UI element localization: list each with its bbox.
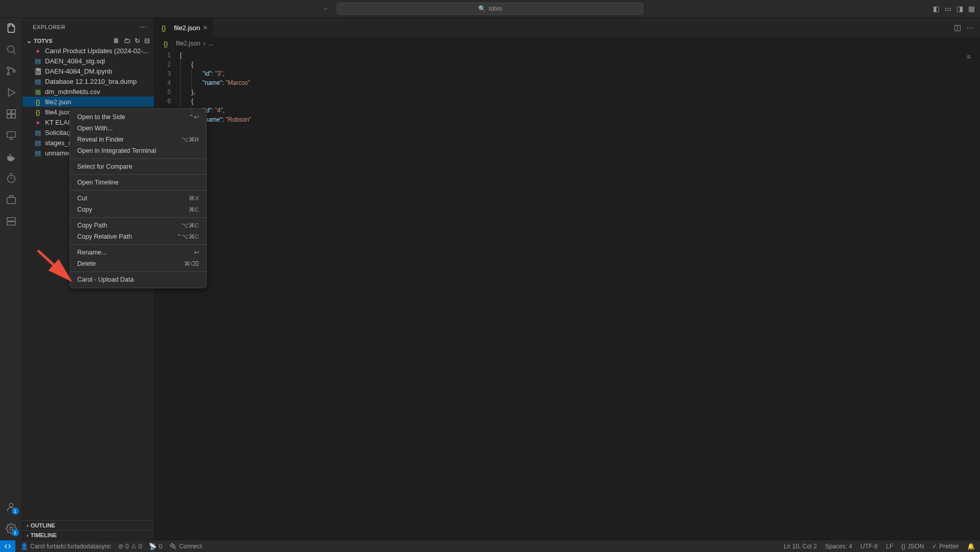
status-errors[interactable]: ⊘0 ⚠0	[118, 543, 142, 550]
minimap-toggle-icon[interactable]: ≡	[967, 53, 971, 61]
svg-rect-10	[7, 132, 15, 137]
menu-item[interactable]: Delete⌘⌫	[70, 258, 206, 269]
status-spaces[interactable]: Spaces: 4	[825, 543, 852, 550]
account-icon[interactable]	[5, 501, 17, 513]
file-item[interactable]: ▤Database 12.1.2210_bra.dump	[23, 76, 154, 86]
back-icon[interactable]: ←	[322, 4, 330, 13]
statusbar: 👤Carol furtado:furtadodatasync ⊘0 ⚠0 📡0 …	[0, 540, 980, 552]
file-type-icon: ▤	[34, 128, 42, 136]
editor-area: {} file2.json × ◫ ⋯ {} file2.json › ... …	[154, 18, 980, 540]
status-bell-icon[interactable]: 🔔	[967, 543, 975, 550]
json-icon: {}	[160, 24, 168, 32]
refresh-icon[interactable]: ↻	[135, 37, 140, 44]
menu-item[interactable]: Rename...↩	[70, 247, 206, 258]
search-text: totvs	[489, 5, 502, 12]
docker-icon[interactable]	[5, 151, 17, 163]
menu-item[interactable]: Reveal in Finder⌥⌘R	[70, 134, 206, 145]
folder-header[interactable]: ⌄ TOTVS 🗎 🗀 ↻ ⊟	[23, 36, 154, 45]
menu-item[interactable]: Open to the Side⌃↩	[70, 111, 206, 123]
file-item[interactable]: ▦dm_mdmfields.csv	[23, 86, 154, 97]
project-icon[interactable]	[5, 194, 17, 206]
svg-rect-21	[7, 218, 15, 221]
menu-item[interactable]: Copy Path⌥⌘C	[70, 220, 206, 231]
svg-rect-9	[11, 114, 15, 118]
chevron-right-icon: ›	[203, 40, 205, 47]
menu-shortcut: ⌘C	[189, 206, 199, 213]
close-icon[interactable]: ×	[203, 24, 207, 32]
panel-left-icon[interactable]: ◧	[933, 5, 940, 13]
code-editor[interactable]: 123456 [ { "id": "3", "name": "Marcos" }…	[154, 50, 980, 540]
sidebar-more-icon[interactable]: ⋯	[140, 23, 147, 31]
more-actions-icon[interactable]: ⋯	[966, 23, 974, 32]
run-debug-icon[interactable]	[5, 86, 17, 99]
timeline-section[interactable]: ›TIMELINE	[23, 530, 154, 540]
status-eol[interactable]: LF	[886, 543, 893, 550]
file-label: unnamec	[45, 149, 72, 157]
sidebar-title: EXPLORER	[33, 24, 65, 30]
file-item[interactable]: {}file2.json	[23, 97, 154, 107]
extensions-icon[interactable]	[5, 108, 17, 120]
source-control-icon[interactable]	[5, 65, 17, 77]
menu-item[interactable]: Open Timeline	[70, 177, 206, 188]
menu-shortcut: ↩	[194, 249, 199, 256]
menu-label: Carol - Upload Data	[77, 276, 133, 283]
split-editor-icon[interactable]: ◫	[954, 23, 961, 32]
new-folder-icon[interactable]: 🗀	[124, 37, 130, 44]
svg-marker-5	[8, 89, 15, 97]
sidebar-header: EXPLORER ⋯	[23, 18, 154, 36]
search-activity-icon[interactable]	[5, 43, 17, 56]
menu-item[interactable]: Copy⌘C	[70, 204, 206, 215]
timer-icon[interactable]	[5, 172, 17, 185]
menu-item[interactable]: Open in Integrated Terminal	[70, 145, 206, 156]
file-label: stages_n	[45, 139, 72, 147]
server-icon[interactable]	[5, 215, 17, 227]
remote-indicator[interactable]	[0, 540, 15, 553]
code-content[interactable]: [ { "id": "3", "name": "Marcos" }, { "id…	[180, 50, 980, 540]
panel-right-icon[interactable]: ◨	[956, 5, 963, 13]
command-center[interactable]: 🔍 totvs	[337, 3, 643, 15]
menu-item[interactable]: Cut⌘X	[70, 193, 206, 204]
settings-gear-icon[interactable]	[5, 522, 17, 535]
chevron-right-icon: ›	[27, 532, 29, 538]
file-type-icon: ▤	[34, 57, 42, 65]
svg-point-4	[13, 70, 15, 73]
chevron-right-icon: ›	[27, 522, 29, 528]
breadcrumb-rest: ...	[208, 40, 213, 47]
status-lang[interactable]: {}JSON	[901, 543, 924, 550]
panel-bottom-icon[interactable]: ▭	[945, 5, 951, 13]
file-item[interactable]: 📓DAEN-4084_DM.ipynb	[23, 66, 154, 76]
layout-grid-icon[interactable]: ▦	[968, 5, 975, 13]
outline-section[interactable]: ›OUTLINE	[23, 520, 154, 530]
file-label: Database 12.1.2210_bra.dump	[45, 78, 137, 85]
status-lncol[interactable]: Ln 10, Col 2	[784, 543, 817, 550]
explorer-icon[interactable]	[5, 22, 17, 34]
status-prettier[interactable]: ✓Prettier	[932, 543, 959, 550]
search-icon: 🔍	[478, 5, 486, 12]
file-type-icon: 📓	[34, 67, 42, 75]
menu-separator	[70, 174, 206, 175]
menu-label: Copy Path	[77, 222, 107, 229]
status-ports[interactable]: 📡0	[149, 543, 162, 550]
remote-explorer-icon[interactable]	[5, 129, 17, 142]
new-file-icon[interactable]: 🗎	[113, 37, 120, 44]
menu-label: Copy	[77, 206, 92, 213]
status-user[interactable]: 👤Carol furtado:furtadodatasync	[20, 543, 111, 550]
json-icon: {}	[901, 543, 905, 550]
tab-file2[interactable]: {} file2.json ×	[154, 18, 213, 37]
menu-label: Select for Compare	[77, 163, 132, 170]
titlebar: ← → 🔍 totvs ◧ ▭ ◨ ▦	[0, 0, 980, 18]
menu-item[interactable]: Open With...	[70, 123, 206, 134]
status-encoding[interactable]: UTF-8	[860, 543, 878, 550]
menu-separator	[70, 271, 206, 272]
menu-item[interactable]: Select for Compare	[70, 161, 206, 172]
file-label: DAEN-4084_DM.ipynb	[45, 67, 113, 75]
status-connect[interactable]: 🔌Connect	[169, 543, 202, 550]
breadcrumb[interactable]: {} file2.json › ...	[154, 37, 980, 50]
menu-item[interactable]: Carol - Upload Data	[70, 274, 206, 285]
svg-rect-7	[11, 110, 15, 113]
menu-item[interactable]: Copy Relative Path⌃⌥⌘C	[70, 231, 206, 242]
file-item[interactable]: ●Carol Product Updates (2024-02-...	[23, 45, 154, 56]
collapse-icon[interactable]: ⊟	[144, 37, 150, 44]
file-type-icon: ▦	[34, 87, 42, 96]
file-item[interactable]: ▤DAEN_4084_stg.sql	[23, 56, 154, 66]
